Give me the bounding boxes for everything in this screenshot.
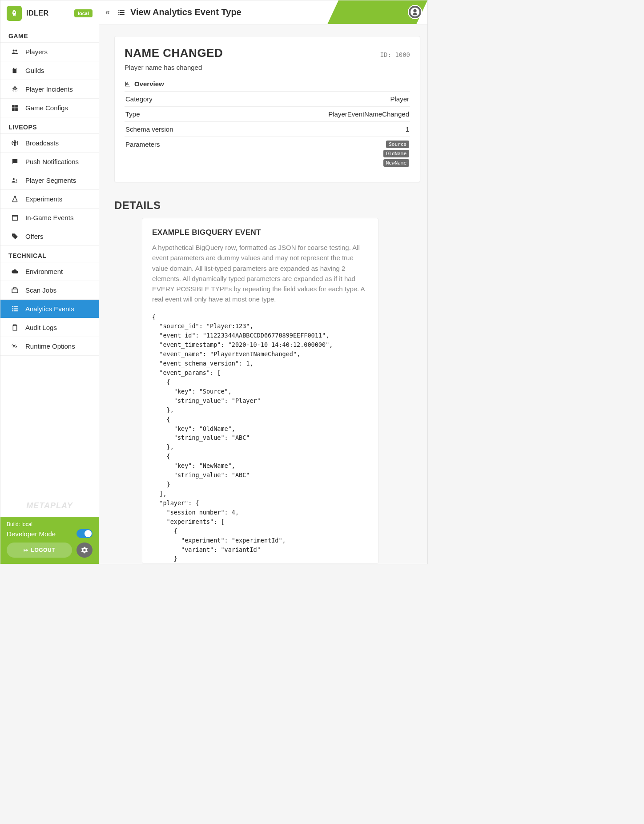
table-row: TypePlayerEventNameChanged xyxy=(125,107,410,122)
sidebar-item-analytics-events[interactable]: Analytics Events xyxy=(0,300,99,318)
svg-rect-2 xyxy=(13,306,17,307)
bug-icon xyxy=(10,85,19,93)
sidebar-item-label: Scan Jobs xyxy=(25,286,56,294)
svg-point-14 xyxy=(413,9,416,12)
sidebar-item-label: In-Game Events xyxy=(25,214,73,221)
sidebar-item-player-incidents[interactable]: Player Incidents xyxy=(0,80,99,99)
chart-icon xyxy=(125,81,131,87)
sidebar-item-audit-logs[interactable]: Audit Logs xyxy=(0,318,99,337)
sidebar-item-environment[interactable]: Environment xyxy=(0,262,99,281)
env-badge: local xyxy=(74,9,93,17)
collapse-sidebar-button[interactable]: « xyxy=(105,8,110,17)
sidebar-item-label: Broadcasts xyxy=(25,139,59,147)
svg-rect-10 xyxy=(120,12,125,12)
sidebar-item-label: Audit Logs xyxy=(25,324,57,331)
sidebar-item-label: Player Incidents xyxy=(25,85,73,93)
list-icon xyxy=(117,8,126,16)
svg-rect-5 xyxy=(12,310,13,311)
sidebar-item-push-notifications[interactable]: Push Notifications xyxy=(0,153,99,171)
overview-label: Overview xyxy=(134,80,164,88)
row-key: Category xyxy=(125,92,232,107)
brand-logo-icon xyxy=(7,6,22,21)
svg-rect-9 xyxy=(118,12,119,12)
sidebar-item-label: Experiments xyxy=(25,195,62,203)
build-label: Build: local xyxy=(7,521,93,527)
logout-icon: ↦ xyxy=(24,547,28,553)
parameter-pill: Source xyxy=(386,141,409,148)
sidebar-item-players[interactable]: Players xyxy=(0,42,99,61)
page-title: View Analytics Event Type xyxy=(130,7,242,17)
list-icon xyxy=(10,305,19,313)
sidebar-item-label: Players xyxy=(25,48,48,56)
brand-name: IDLER xyxy=(26,9,49,17)
sidebar-item-label: Runtime Options xyxy=(25,342,75,350)
event-name: NAME CHANGED xyxy=(125,46,223,60)
castle-icon xyxy=(10,67,19,74)
table-row: CategoryPlayer xyxy=(125,92,410,107)
row-value: PlayerEventNameChanged xyxy=(232,107,410,122)
nav-section-title: TECHNICAL xyxy=(0,246,99,262)
table-row: ParametersSourceOldNameNewName xyxy=(125,137,410,171)
parameter-pills: SourceOldNameNewName xyxy=(233,141,409,167)
sidebar-item-scan-jobs[interactable]: Scan Jobs xyxy=(0,281,99,300)
topbar: « View Analytics Event Type xyxy=(99,0,427,24)
sidebar-item-label: Game Configs xyxy=(25,104,68,112)
svg-rect-11 xyxy=(118,14,119,15)
sidebar-item-label: Offers xyxy=(25,233,44,240)
sidebar-item-label: Environment xyxy=(25,268,63,275)
brand-header: IDLER local xyxy=(0,0,99,26)
sidebar-item-label: Player Segments xyxy=(25,177,76,184)
chat-icon xyxy=(10,158,19,165)
logout-button[interactable]: ↦ LOGOUT xyxy=(7,543,72,558)
nav-section-title: LIVEOPS xyxy=(0,117,99,133)
row-key: Parameters xyxy=(125,137,232,171)
row-value: Player xyxy=(232,92,410,107)
sidebar-item-game-configs[interactable]: Game Configs xyxy=(0,99,99,117)
sidebar-item-label: Push Notifications xyxy=(25,158,79,165)
overview-heading: Overview xyxy=(125,80,410,88)
sidebar-item-broadcasts[interactable]: Broadcasts xyxy=(0,133,99,153)
settings-button[interactable] xyxy=(76,543,93,558)
gear-icon xyxy=(81,547,88,554)
parameter-pill: NewName xyxy=(383,159,409,167)
overview-table: CategoryPlayer TypePlayerEventNameChange… xyxy=(125,91,410,170)
sidebar-item-offers[interactable]: Offers xyxy=(0,227,99,246)
overview-card: NAME CHANGED ID: 1000 Player name has ch… xyxy=(114,36,420,182)
sidebar-footer-panel: Build: local Developer Mode ↦ LOGOUT xyxy=(0,517,99,564)
main-content: « View Analytics Event Type NAME CHANGED… xyxy=(99,0,427,564)
svg-rect-6 xyxy=(13,310,17,311)
toolbox-icon xyxy=(10,286,19,294)
sidebar-item-player-segments[interactable]: Player Segments xyxy=(0,171,99,190)
logout-label: LOGOUT xyxy=(31,547,55,553)
sidebar-item-guilds[interactable]: Guilds xyxy=(0,61,99,80)
svg-rect-4 xyxy=(13,308,17,309)
sidebar-item-label: Analytics Events xyxy=(25,305,74,313)
sidebar: IDLER local GAMEPlayersGuildsPlayer Inci… xyxy=(0,0,99,564)
dev-mode-label: Developer Mode xyxy=(7,530,56,538)
footer-brand: METAPLAY xyxy=(0,497,99,517)
details-heading: DETAILS xyxy=(114,199,420,212)
svg-rect-1 xyxy=(12,306,13,307)
row-value: 1 xyxy=(232,122,410,137)
dev-mode-toggle[interactable] xyxy=(76,529,93,538)
svg-rect-3 xyxy=(12,308,13,309)
example-event-title: EXAMPLE BIGQUERY EVENT xyxy=(152,228,368,237)
table-row: Schema version1 xyxy=(125,122,410,137)
sidebar-item-in-game-events[interactable]: In-Game Events xyxy=(0,209,99,227)
calendar-icon xyxy=(10,214,19,221)
svg-rect-7 xyxy=(118,10,119,11)
sidebar-item-runtime-options[interactable]: Runtime Options xyxy=(0,337,99,356)
event-id: ID: 1000 xyxy=(380,51,410,58)
grid-icon xyxy=(10,104,19,112)
nav-section-title: GAME xyxy=(0,26,99,42)
sidebar-item-experiments[interactable]: Experiments xyxy=(0,190,99,209)
cloud-icon xyxy=(10,268,19,275)
user-avatar[interactable] xyxy=(408,5,422,19)
row-key: Schema version xyxy=(125,122,232,137)
segment-icon xyxy=(10,177,19,184)
example-event-card: EXAMPLE BIGQUERY EVENT A hypothetical Bi… xyxy=(142,218,378,564)
example-event-code: { "source_id": "Player:123", "event_id":… xyxy=(152,313,368,564)
event-description: Player name has changed xyxy=(125,64,410,71)
users-icon xyxy=(10,48,19,56)
example-event-description: A hypothetical BigQuery row, formatted a… xyxy=(152,242,368,305)
